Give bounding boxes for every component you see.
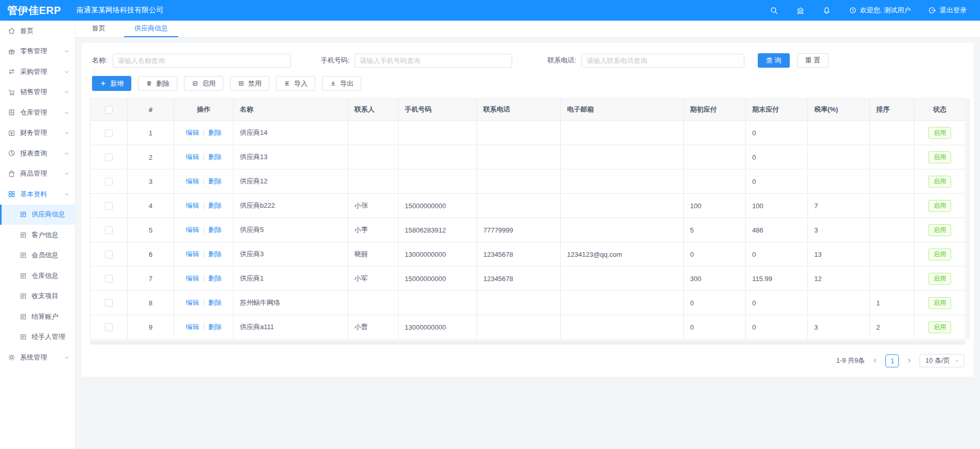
table-vertical-scrollbar[interactable] [966,98,970,339]
row-select-cell [90,218,128,242]
tel-search-input[interactable] [581,54,744,68]
disable-button[interactable]: 禁用 [230,76,269,91]
notifications-bell-icon[interactable] [822,6,831,15]
pagination-total: 1-9 共9条 [836,356,865,365]
closing-payable: 0 [746,169,808,194]
supplier-name: 苏州蜗牛网络 [234,291,348,315]
tab-supplier-info[interactable]: 供应商信息 [124,21,178,37]
edit-link[interactable]: 编辑 [186,129,199,136]
sidebar-item-basic-data[interactable]: 基本资料 [0,184,75,205]
row-checkbox[interactable] [105,226,113,234]
delete-link[interactable]: 删除 [208,177,222,185]
sidebar-item-purchase[interactable]: 采购管理 [0,61,75,82]
sidebar-subitem-warehouse-info[interactable]: 仓库信息 [0,266,75,286]
sort-order [870,242,914,267]
telephone-number [477,291,560,315]
sidebar-item-system[interactable]: 系统管理 [0,347,75,368]
logout-button[interactable]: 退出登录 [928,6,967,15]
edit-link[interactable]: 编辑 [186,323,199,331]
row-checkbox[interactable] [105,275,113,283]
edit-link[interactable]: 编辑 [186,226,199,234]
sidebar-item-home[interactable]: 首页 [0,21,75,41]
mobile-search-input[interactable] [355,54,512,68]
row-actions: 编辑|删除 [174,218,234,242]
edit-link[interactable]: 编辑 [186,299,199,306]
tab-home[interactable]: 首页 [82,21,116,37]
sidebar-subitem-supplier-info[interactable]: 供应商信息 [0,205,75,225]
sidebar-item-warehouse[interactable]: 仓库管理 [0,102,75,123]
delete-link[interactable]: 删除 [208,274,222,282]
delete-link[interactable]: 删除 [208,250,222,258]
row-checkbox[interactable] [105,129,113,137]
link-separator: | [203,250,204,258]
select-all-checkbox[interactable] [105,106,113,114]
edit-link[interactable]: 编辑 [186,177,199,185]
row-checkbox[interactable] [105,153,113,161]
delete-link[interactable]: 删除 [208,226,222,234]
sidebar-subitem-customer-info[interactable]: 客户信息 [0,225,75,245]
export-button[interactable]: 导出 [322,76,361,91]
delete-button[interactable]: 删除 [138,76,177,91]
table-horizontal-scrollbar[interactable] [90,340,966,345]
bank-icon[interactable] [796,6,805,15]
search-icon[interactable] [770,6,778,15]
delete-link[interactable]: 删除 [208,323,222,331]
chevron-left-icon [872,358,878,364]
chevron-down-icon [64,354,70,361]
add-button[interactable]: 新增 [92,76,131,91]
closing-payable: 0 [746,315,808,339]
welcome-user[interactable]: 欢迎您, 测试用户 [849,6,911,15]
edit-link[interactable]: 编辑 [186,274,199,282]
closing-payable: 0 [746,242,808,267]
row-actions: 编辑|删除 [174,194,234,218]
sidebar-subitem-member-info[interactable]: 会员信息 [0,245,75,266]
supplier-name: 供应商3 [234,242,348,267]
sidebar-item-sales[interactable]: 销售管理 [0,82,75,103]
row-index: 8 [127,291,174,315]
row-checkbox[interactable] [105,299,113,307]
link-separator: | [203,129,204,136]
edit-link[interactable]: 编辑 [186,250,199,258]
delete-link[interactable]: 删除 [208,129,222,136]
pie-chart-icon [8,149,16,157]
sidebar-item-reports[interactable]: 报表查询 [0,143,75,164]
row-checkbox[interactable] [105,323,113,331]
email-address [561,169,684,194]
next-page-button[interactable] [904,354,914,367]
row-checkbox[interactable] [105,178,113,185]
table-row: 9编辑|删除供应商a111小曹130000000000032启用 [90,315,966,339]
reset-button[interactable]: 重 置 [797,53,829,68]
opening-payable: 5 [684,218,746,242]
plus-icon [100,80,106,87]
import-button[interactable]: 导入 [276,76,315,91]
sidebar-subitem-income-expense[interactable]: 收支项目 [0,286,75,307]
page-number[interactable]: 1 [885,354,899,367]
sidebar-subitem-handler-management[interactable]: 经手人管理 [0,327,75,348]
bell-icon [822,6,831,15]
sort-order: 2 [870,315,914,339]
table-row: 1编辑|删除供应商140启用 [90,121,966,145]
page-size-select[interactable]: 10 条/页 [920,354,964,367]
edit-link[interactable]: 编辑 [186,202,199,209]
row-status: 启用 [914,145,966,169]
row-actions: 编辑|删除 [174,145,234,169]
sidebar-item-retail[interactable]: 零售管理 [0,41,75,62]
sidebar-item-goods[interactable]: 商品管理 [0,164,75,184]
supplier-name: 供应商14 [234,121,348,145]
sidebar-subitem-settlement-account[interactable]: 结算账户 [0,306,75,327]
sidebar-item-finance[interactable]: 财务管理 [0,123,75,144]
name-search-input[interactable] [113,54,291,68]
delete-link[interactable]: 删除 [208,202,222,209]
col-contact: 联系人 [348,99,398,121]
row-checkbox[interactable] [105,251,113,258]
enable-button[interactable]: 启用 [184,76,223,91]
query-button[interactable]: 查 询 [758,53,790,68]
row-checkbox[interactable] [105,202,113,210]
list-icon [20,333,27,340]
list-icon [20,252,27,259]
sort-order [870,145,914,169]
edit-link[interactable]: 编辑 [186,153,199,161]
delete-link[interactable]: 删除 [208,299,222,306]
delete-link[interactable]: 删除 [208,153,222,161]
prev-page-button[interactable] [870,354,880,367]
